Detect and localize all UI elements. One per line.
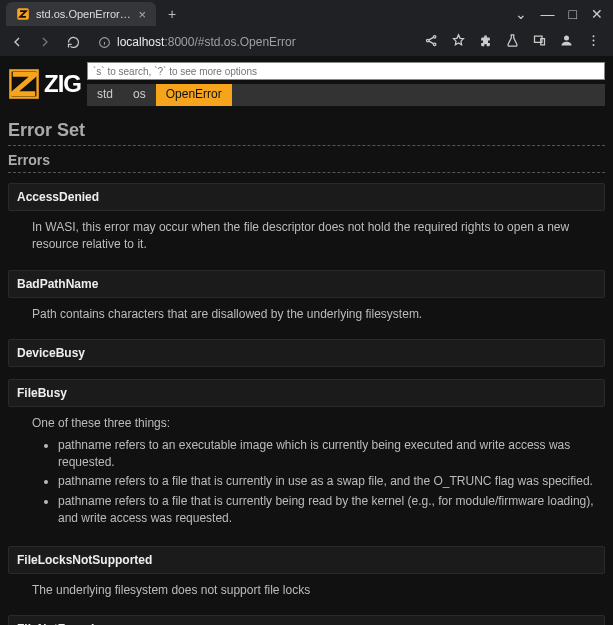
section-title: Errors [8,152,605,173]
url-bar[interactable]: localhost:8000/#std.os.OpenError [92,31,414,53]
back-button[interactable] [8,33,26,51]
error-bullet: pathname refers to a file that is curren… [58,493,597,528]
browser-chrome: std.os.OpenError - Zig Do… × + ⌄ — □ ✕ l… [0,0,613,56]
tab-bar: std.os.OpenError - Zig Do… × + ⌄ — □ ✕ [0,0,613,28]
devices-icon[interactable] [532,33,547,51]
error-name[interactable]: FileLocksNotSupported [8,546,605,574]
crumb-std[interactable]: std [87,84,123,106]
reload-button[interactable] [64,33,82,51]
svg-point-11 [593,40,595,42]
error-bullet: pathname refers to a file that is curren… [58,473,597,490]
url-host: localhost [117,35,164,49]
extensions-icon[interactable] [478,33,493,51]
error-description: The underlying filesystem does not suppo… [8,574,605,603]
window-maximize-icon[interactable]: □ [569,6,577,22]
svg-point-6 [433,43,436,46]
search-input[interactable] [87,62,605,80]
error-item: FileBusyOne of these three things:pathna… [8,379,605,533]
error-item: FileNotFound [8,615,605,625]
svg-point-12 [593,44,595,46]
error-item: FileLocksNotSupportedThe underlying file… [8,546,605,603]
error-name[interactable]: FileNotFound [8,615,605,625]
lab-icon[interactable] [505,33,520,51]
url-path: :8000/#std.os.OpenError [164,35,295,49]
zig-favicon-icon [16,7,30,21]
browser-toolbar: localhost:8000/#std.os.OpenError [0,28,613,56]
crumb-openerror[interactable]: OpenError [156,84,232,106]
svg-point-9 [564,36,569,41]
error-name[interactable]: FileBusy [8,379,605,407]
errors-list: AccessDeniedIn WASI, this error may occu… [8,183,605,625]
window-chevron-icon[interactable]: ⌄ [515,6,527,22]
page-content: ZIG std os OpenError Error Set Errors Ac… [0,56,613,625]
zig-logo[interactable]: ZIG [8,62,81,106]
zig-logo-text: ZIG [44,70,81,98]
error-description: Path contains characters that are disall… [8,298,605,327]
site-info-icon[interactable] [98,36,111,49]
error-bullet: pathname refers to an executable image w… [58,437,597,472]
bookmark-icon[interactable] [451,33,466,51]
error-name[interactable]: DeviceBusy [8,339,605,367]
site-header: ZIG std os OpenError [0,56,613,110]
forward-button[interactable] [36,33,54,51]
svg-point-10 [593,35,595,37]
tab-title: std.os.OpenError - Zig Do… [36,8,132,20]
error-item: AccessDeniedIn WASI, this error may occu… [8,183,605,258]
error-description: One of these three things:pathname refer… [8,407,605,533]
profile-icon[interactable] [559,33,574,51]
new-tab-button[interactable]: + [162,4,182,24]
window-close-icon[interactable]: ✕ [591,6,603,22]
svg-point-5 [433,36,436,39]
breadcrumb: std os OpenError [87,84,605,106]
window-minimize-icon[interactable]: — [541,6,555,22]
close-tab-icon[interactable]: × [138,7,146,22]
crumb-os[interactable]: os [123,84,156,106]
error-item: DeviceBusy [8,339,605,367]
zig-logo-icon [8,68,40,100]
share-icon[interactable] [424,33,439,51]
error-name[interactable]: AccessDenied [8,183,605,211]
page-title: Error Set [8,120,605,146]
browser-tab[interactable]: std.os.OpenError - Zig Do… × [6,2,156,26]
menu-icon[interactable] [586,33,601,51]
svg-point-4 [427,39,430,42]
error-item: BadPathNamePath contains characters that… [8,270,605,327]
error-description: In WASI, this error may occur when the f… [8,211,605,258]
error-name[interactable]: BadPathName [8,270,605,298]
